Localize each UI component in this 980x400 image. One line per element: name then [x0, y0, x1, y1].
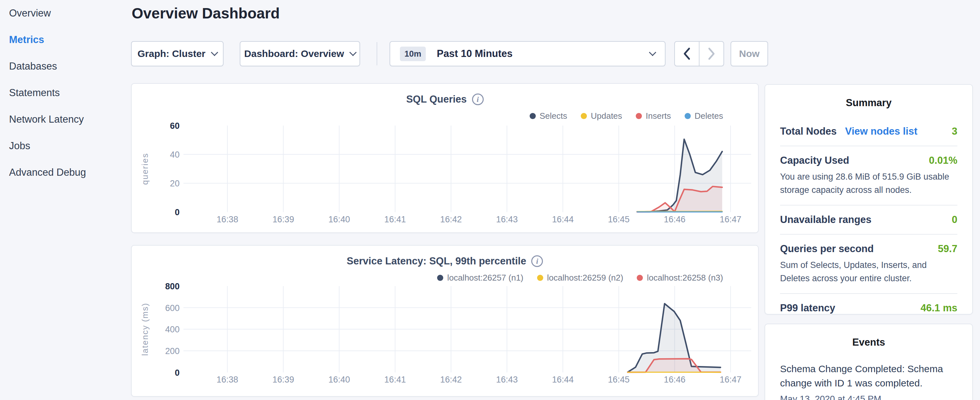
- svg-text:600: 600: [165, 303, 180, 313]
- sidebar-item-databases[interactable]: Databases: [0, 53, 131, 80]
- time-range-badge: 10m: [400, 46, 426, 61]
- event-text: Schema Change Completed: Schema change w…: [780, 362, 957, 390]
- divider: [780, 205, 957, 206]
- now-button-label: Now: [739, 48, 759, 59]
- step-back-button[interactable]: [675, 42, 699, 66]
- svg-text:16:47: 16:47: [720, 215, 741, 224]
- sidebar-item-statements[interactable]: Statements: [0, 80, 131, 106]
- svg-text:16:45: 16:45: [608, 375, 630, 384]
- service-latency-chart[interactable]: 16:3816:3916:4016:4116:4216:4316:4416:45…: [132, 245, 758, 396]
- svg-text:16:45: 16:45: [608, 215, 630, 224]
- svg-text:16:42: 16:42: [440, 375, 462, 384]
- svg-text:16:41: 16:41: [384, 215, 406, 224]
- time-range-dropdown[interactable]: 10m Past 10 Minutes: [390, 41, 665, 66]
- time-step-buttons: [674, 41, 724, 66]
- summary-row-label: Total Nodes: [780, 126, 837, 137]
- app-window: OverviewMetricsDatabasesStatementsNetwor…: [0, 0, 980, 400]
- svg-text:16:38: 16:38: [216, 215, 238, 224]
- divider: [780, 293, 957, 294]
- svg-text:queries: queries: [140, 153, 150, 185]
- service-latency-chart-card: Service Latency: SQL, 99th percentile i …: [131, 245, 759, 397]
- summary-row-note: Sum of Selects, Updates, Inserts, and De…: [780, 258, 957, 285]
- svg-text:16:40: 16:40: [328, 375, 350, 384]
- page-title: Overview Dashboard: [132, 5, 280, 22]
- now-button[interactable]: Now: [730, 41, 768, 66]
- view-nodes-list-link[interactable]: View nodes list: [845, 126, 917, 137]
- summary-panel: Summary Total NodesView nodes list3Capac…: [765, 84, 973, 315]
- summary-row-value: 3: [952, 126, 957, 137]
- events-body: Schema Change Completed: Schema change w…: [765, 362, 972, 400]
- sql-queries-chart[interactable]: 16:3816:3916:4016:4116:4216:4316:4416:45…: [132, 84, 758, 233]
- events-panel: Events Schema Change Completed: Schema c…: [765, 324, 973, 400]
- svg-text:20: 20: [170, 178, 180, 188]
- toolbar-divider: [377, 42, 377, 65]
- sql-queries-chart-card: SQL Queries i SelectsUpdatesInsertsDelet…: [131, 83, 759, 233]
- event-item[interactable]: Schema Change Completed: Schema change w…: [765, 362, 972, 400]
- summary-row-value: 59.7: [938, 243, 957, 255]
- sidebar-item-network-latency[interactable]: Network Latency: [0, 106, 131, 133]
- summary-row-label: P99 latency: [780, 302, 835, 314]
- chevron-down-icon: [349, 49, 357, 56]
- graph-scope-dropdown[interactable]: Graph: Cluster: [131, 41, 224, 66]
- svg-text:16:42: 16:42: [440, 215, 462, 224]
- dashboard-dropdown[interactable]: Dashboard: Overview: [240, 41, 360, 66]
- svg-text:16:44: 16:44: [552, 215, 574, 224]
- svg-text:200: 200: [165, 346, 180, 356]
- summary-row: Capacity Used0.01%: [780, 155, 957, 166]
- svg-text:400: 400: [165, 325, 180, 334]
- svg-text:16:39: 16:39: [272, 375, 294, 384]
- summary-row-label: Unavailable ranges: [780, 214, 872, 226]
- sidebar-item-advanced-debug[interactable]: Advanced Debug: [0, 159, 131, 186]
- svg-text:16:47: 16:47: [720, 375, 741, 384]
- svg-text:latency (ms): latency (ms): [140, 303, 150, 356]
- summary-row-label: Queries per second: [780, 243, 873, 255]
- chevron-down-icon: [211, 49, 218, 56]
- svg-text:40: 40: [170, 150, 180, 159]
- svg-text:16:39: 16:39: [272, 215, 294, 224]
- summary-row-value: 46.1 ms: [921, 302, 957, 314]
- summary-row-value: 0.01%: [929, 155, 957, 166]
- svg-text:16:41: 16:41: [384, 375, 406, 384]
- svg-text:16:40: 16:40: [328, 215, 350, 224]
- svg-text:0: 0: [175, 207, 180, 217]
- summary-row-label: Capacity Used: [780, 155, 849, 166]
- divider: [780, 146, 957, 146]
- svg-text:0: 0: [175, 368, 180, 378]
- summary-row: Queries per second59.7: [780, 243, 957, 255]
- summary-row: Unavailable ranges0: [780, 214, 957, 226]
- summary-row: P99 latency46.1 ms: [780, 302, 957, 314]
- svg-text:16:43: 16:43: [496, 215, 518, 224]
- step-forward-button[interactable]: [699, 42, 724, 66]
- summary-body: Total NodesView nodes list3Capacity Used…: [765, 126, 972, 314]
- chevron-left-icon: [681, 46, 692, 62]
- svg-text:16:44: 16:44: [552, 375, 574, 384]
- svg-text:16:46: 16:46: [664, 375, 686, 384]
- sidebar-item-jobs[interactable]: Jobs: [0, 133, 131, 159]
- summary-row-value: 0: [952, 214, 957, 226]
- sidebar-nav: OverviewMetricsDatabasesStatementsNetwor…: [0, 0, 131, 400]
- summary-title: Summary: [765, 97, 972, 109]
- chevron-right-icon: [706, 46, 717, 62]
- svg-text:16:38: 16:38: [216, 375, 238, 384]
- time-range-label: Past 10 Minutes: [437, 48, 512, 59]
- summary-row: Total NodesView nodes list3: [780, 126, 957, 137]
- svg-text:60: 60: [170, 121, 180, 131]
- svg-text:16:43: 16:43: [496, 375, 518, 384]
- svg-text:16:46: 16:46: [664, 215, 686, 224]
- summary-row-note: You are using 28.6 MiB of 515.9 GiB usab…: [780, 170, 957, 196]
- sidebar-item-metrics[interactable]: Metrics: [0, 27, 131, 53]
- graph-scope-label: Graph: Cluster: [137, 48, 205, 59]
- divider: [780, 234, 957, 234]
- event-timestamp: May 13, 2020 at 4:45 PM: [780, 394, 957, 400]
- events-title: Events: [765, 336, 972, 348]
- dashboard-label: Dashboard: Overview: [244, 48, 344, 59]
- svg-text:800: 800: [165, 282, 180, 291]
- sidebar-item-overview[interactable]: Overview: [0, 0, 131, 27]
- chevron-down-icon: [649, 49, 657, 56]
